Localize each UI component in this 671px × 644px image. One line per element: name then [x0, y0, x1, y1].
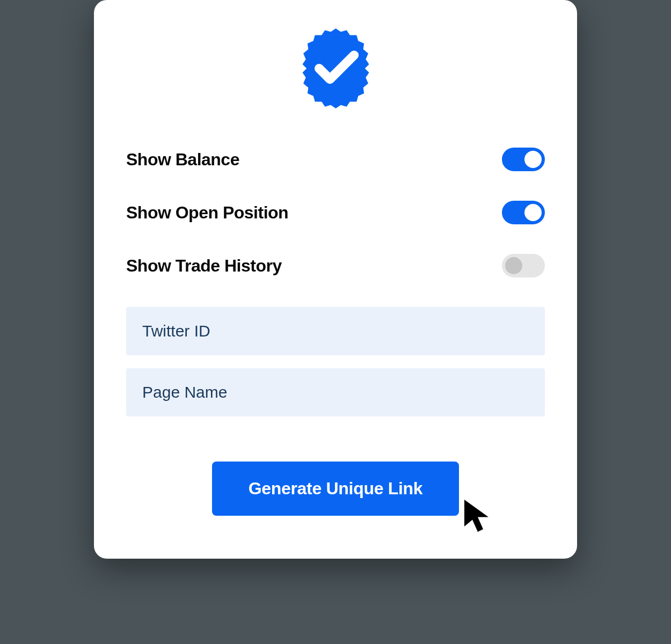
- verified-badge-icon: [294, 27, 377, 110]
- toggle-position[interactable]: [502, 201, 545, 224]
- toggle-label-history: Show Trade History: [126, 256, 282, 276]
- toggle-label-balance: Show Balance: [126, 150, 239, 170]
- toggle-history[interactable]: [502, 254, 545, 277]
- settings-card: Show Balance Show Open Position Show Tra…: [94, 0, 577, 559]
- toggle-knob: [524, 151, 542, 168]
- toggle-balance[interactable]: [502, 148, 545, 171]
- toggle-row-balance: Show Balance: [126, 148, 545, 171]
- twitter-id-field[interactable]: [126, 307, 545, 355]
- toggle-row-history: Show Trade History: [126, 254, 545, 277]
- toggle-knob: [524, 204, 542, 221]
- toggle-knob: [505, 257, 522, 274]
- button-container: Generate Unique Link: [126, 462, 545, 516]
- badge-container: [126, 27, 545, 110]
- page-name-field[interactable]: [126, 368, 545, 416]
- cursor-icon: [462, 497, 494, 535]
- toggle-label-position: Show Open Position: [126, 203, 288, 223]
- generate-link-button[interactable]: Generate Unique Link: [212, 462, 460, 516]
- toggle-row-position: Show Open Position: [126, 201, 545, 224]
